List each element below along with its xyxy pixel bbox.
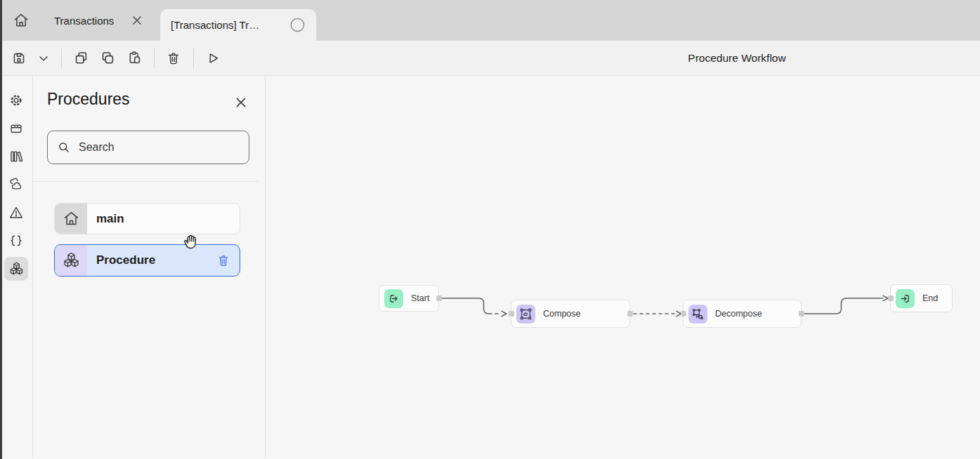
- tab-bar: Transactions [Transactions] Tr…: [0, 0, 980, 41]
- tab-transactions-detail[interactable]: [Transactions] Tr…: [160, 9, 316, 41]
- rail-item-storage[interactable]: [4, 117, 28, 140]
- rail-item-alerts[interactable]: [4, 201, 28, 225]
- node-label: Compose: [543, 309, 581, 319]
- trash-icon: [166, 51, 181, 66]
- panel-title: Procedures: [47, 90, 130, 109]
- procedure-icon-block: [55, 245, 87, 276]
- play-icon: [205, 51, 221, 66]
- compose-group-icon: [516, 305, 535, 324]
- rail-item-settings[interactable]: [4, 88, 28, 112]
- warning-triangle-icon: [8, 205, 24, 220]
- home-icon: [62, 209, 81, 228]
- chevron-down-icon: [37, 51, 51, 65]
- node-start[interactable]: Start: [379, 285, 439, 312]
- trash-icon: [216, 253, 230, 267]
- main-icon-block: [55, 204, 87, 234]
- rail-item-library[interactable]: [4, 145, 28, 168]
- tab-transactions-label: Transactions: [54, 15, 114, 27]
- edge-arrowhead: [502, 311, 507, 316]
- box-icon: [8, 121, 24, 136]
- edge-start-compose: [443, 298, 489, 314]
- home-button[interactable]: [11, 10, 32, 31]
- output-port[interactable]: [627, 311, 633, 317]
- procedures-panel: Procedures main: [33, 76, 266, 458]
- delete-procedure-button[interactable]: [216, 253, 230, 267]
- save-icon: [11, 51, 27, 66]
- tab-transactions[interactable]: Transactions: [54, 13, 145, 28]
- copy-button[interactable]: [70, 47, 92, 69]
- edge-arrowhead: [883, 295, 888, 300]
- home-icon: [12, 11, 30, 29]
- search-input[interactable]: [77, 140, 240, 154]
- node-compose[interactable]: Compose: [511, 300, 630, 328]
- procedure-list-item-procedure[interactable]: Procedure: [54, 244, 240, 277]
- node-label: Start: [411, 293, 429, 303]
- gear-icon: [8, 93, 24, 108]
- save-options-button[interactable]: [34, 47, 53, 69]
- workflow-edges: [266, 76, 980, 458]
- copy-icon: [73, 50, 89, 66]
- delete-button[interactable]: [162, 47, 185, 69]
- procedure-list-item-main[interactable]: main: [54, 203, 240, 234]
- rail-item-cloud[interactable]: [4, 173, 28, 197]
- item-label: main: [96, 212, 124, 226]
- panel-close-button[interactable]: [233, 94, 249, 111]
- panel-divider: [33, 181, 259, 182]
- tab-active-label: [Transactions] Tr…: [171, 19, 259, 31]
- input-port[interactable]: [888, 295, 894, 301]
- page-title: Procedure Workflow: [688, 41, 785, 75]
- toolbar-separator: [154, 48, 155, 68]
- output-port[interactable]: [799, 311, 804, 317]
- save-button[interactable]: [8, 47, 30, 69]
- content-area: Procedures main: [0, 76, 980, 458]
- toolbar-separator: [193, 48, 194, 68]
- paste-icon: [126, 50, 143, 66]
- end-arrow-icon: [896, 289, 915, 308]
- edge-decompose-end: [805, 298, 883, 314]
- node-label: End: [922, 293, 938, 303]
- search-box[interactable]: [47, 131, 249, 164]
- duplicate-icon: [100, 50, 116, 66]
- decompose-ungroup-icon: [688, 305, 707, 324]
- toolbar: Procedure Workflow: [0, 41, 980, 76]
- search-icon: [57, 140, 71, 154]
- item-label: Procedure: [96, 253, 155, 267]
- start-arrow-icon: [384, 289, 403, 308]
- run-button[interactable]: [202, 47, 224, 69]
- library-books-icon: [8, 149, 24, 164]
- workflow-canvas[interactable]: Start Compose: [266, 76, 980, 458]
- tab-close-icon[interactable]: [129, 13, 145, 28]
- braces-icon: [8, 233, 24, 248]
- sidebar-rail: [0, 76, 33, 458]
- node-decompose[interactable]: Decompose: [683, 300, 802, 328]
- cubes-icon: [8, 261, 25, 277]
- output-port[interactable]: [436, 295, 442, 301]
- clouds-icon: [8, 177, 25, 193]
- cubes-icon: [62, 251, 81, 270]
- node-label: Decompose: [715, 309, 762, 319]
- node-end[interactable]: End: [890, 284, 953, 312]
- window-left-edge: [0, 0, 2, 459]
- toolbar-separator: [61, 48, 62, 68]
- input-port[interactable]: [509, 311, 514, 317]
- close-icon: [235, 96, 247, 109]
- rail-item-procedures[interactable]: [4, 257, 28, 281]
- app-window: Transactions [Transactions] Tr…: [0, 0, 980, 459]
- paste-button[interactable]: [123, 47, 145, 69]
- duplicate-button[interactable]: [96, 47, 119, 69]
- input-port[interactable]: [681, 311, 686, 317]
- tab-unsaved-circle-icon[interactable]: [289, 17, 306, 34]
- rail-item-code[interactable]: [4, 229, 28, 253]
